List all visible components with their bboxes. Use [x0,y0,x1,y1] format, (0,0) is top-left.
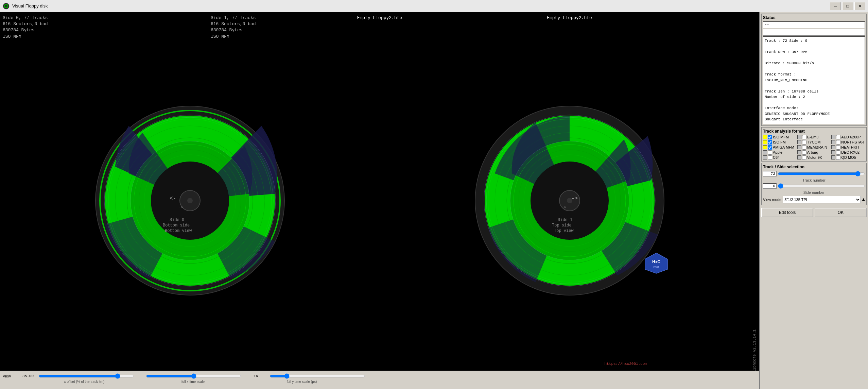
format-grid: ISO MFM E-Emu AED 6200P [763,135,865,160]
checkbox-c64[interactable] [768,155,772,160]
track-analysis-title: Track analysis format [763,129,865,134]
svg-text:2001: 2001 [653,266,659,269]
window-title: Visual Floppy disk [12,3,827,9]
app-icon [3,3,10,10]
minimize-button[interactable]: ─ [830,2,841,10]
x-scale-label: full x time scale [145,380,241,384]
format-item-northstar: NORTHSTAR [831,140,865,145]
checkbox-northstar[interactable] [836,140,840,145]
format-item-arburg: Arburg [797,150,831,155]
maximize-button[interactable]: □ [842,2,853,10]
y-scale-slider[interactable] [270,373,365,379]
y-scale-value: 16 [254,374,267,378]
led-amiga-mfm [763,145,767,149]
right-disk-svg: -> -○ Side 1 Top side Top view [474,105,665,296]
format-item-victor9k: Victor 9K [797,155,831,160]
track-side-section: Track / Side selection Track number Side… [761,163,867,205]
format-item-qd-mo5: QD MO5 [831,155,865,160]
y-scale-label: full y time scale (µs) [254,380,349,384]
format-item-iso-mfm: ISO MFM [763,135,797,139]
view-label: View [3,374,20,378]
toolbar-row-1: View 85.00 16 [3,372,757,380]
led-dec-rx02 [831,150,835,154]
checkbox-membrain[interactable] [802,145,806,150]
format-item-iso-fm: ISO FM [763,140,797,145]
hxc-url: https://hxc2001.com [605,362,647,366]
checkbox-dec-rx02[interactable] [836,150,840,155]
svg-text:Bottom view: Bottom view [165,229,192,233]
led-e-emu [797,135,801,139]
track-analysis-section: Track analysis format ISO MFM E-Emu [761,127,867,162]
led-heathkit [831,145,835,149]
led-c64 [763,155,767,159]
led-qd-mo5 [831,155,835,159]
right-panel: Status -- -- Track : 72 Side : 0 Track R… [759,12,868,389]
status-info: Track : 72 Side : 0 Track RPM : 357 RPM … [763,36,865,124]
track-side-title: Track / Side selection [763,165,865,169]
checkbox-iso-fm[interactable] [768,140,772,145]
x-offset-value: 85.00 [22,374,36,378]
format-item-dec-rx02: DEC RX02 [831,150,865,155]
led-victor9k [797,155,801,159]
led-arburg [797,150,801,154]
checkbox-tycom[interactable] [802,140,806,145]
status-field1: -- [763,21,865,28]
track-number-input[interactable] [763,171,777,176]
right-disk-wrapper[interactable]: -> -○ Side 1 Top side Top view HxC [474,105,665,296]
toolbar-sublabels: x offset (% of the track len) full x tim… [3,380,757,384]
svg-text:-○: -○ [178,204,184,209]
status-section: Status -- -- Track : 72 Side : 0 Track R… [761,14,867,126]
svg-text:Top side: Top side [552,223,572,228]
led-membrain [797,145,801,149]
svg-text:HxC: HxC [652,259,660,264]
format-item-heathkit: HEATHKIT [831,145,865,150]
status-field2: -- [763,29,865,36]
checkbox-victor9k[interactable] [802,155,806,160]
format-item-aed: AED 6200P [831,135,865,139]
view-mode-select[interactable]: 3"1/2 135 TPI 3"1/2 48 TPI 5"1/4 48 TPI … [783,196,861,203]
format-item-e-emu: E-Emu [797,135,831,139]
side-number-slider[interactable] [778,183,865,189]
close-button[interactable]: ✕ [854,2,865,10]
checkbox-aed[interactable] [836,135,840,139]
led-aed [831,135,835,139]
format-item-c64: C64 [763,155,797,160]
checkbox-iso-mfm[interactable] [768,135,772,139]
svg-text:Side 0: Side 0 [170,218,184,222]
checkbox-amiga-mfm[interactable] [768,145,772,150]
bottom-toolbar: View 85.00 16 x offset (% of the track l… [0,371,759,389]
led-tycom [797,140,801,144]
checkbox-arburg[interactable] [802,150,806,155]
edit-tools-button[interactable]: Edit tools [761,208,813,217]
svg-text:Top view: Top view [554,229,574,233]
x-offset-slider[interactable] [39,373,134,379]
checkbox-e-emu[interactable] [802,135,806,139]
track-number-row [763,171,865,177]
led-northstar [831,140,835,144]
status-title: Status [763,15,865,20]
main-content: Side 0, 77 Tracks 616 Sectors,0 bad 6307… [0,12,868,389]
window-controls: ─ □ ✕ [830,2,865,10]
checkbox-heathkit[interactable] [836,145,840,150]
checkbox-qd-mo5[interactable] [836,155,840,160]
side-number-row [763,183,865,189]
view-mode-spinup[interactable]: ▲ [862,197,865,202]
svg-text:<-: <- [170,196,176,202]
svg-text:->: -> [571,196,578,202]
left-disk-wrapper[interactable]: <- -○ Side 0 Bottom side Bottom view [95,105,285,296]
ok-button[interactable]: OK [815,208,867,217]
led-iso-mfm [763,135,767,139]
view-mode-label: View mode [763,198,781,202]
led-apple [763,150,767,154]
format-item-amiga-mfm: AMIGA MFM [763,145,797,150]
x-scale-slider[interactable] [146,373,241,379]
svg-point-16 [187,198,193,203]
side-number-input[interactable] [763,183,777,189]
checkbox-apple[interactable] [768,150,772,155]
format-item-apple: Apple [763,150,797,155]
svg-text:-○: -○ [561,204,567,209]
track-number-slider[interactable] [778,171,865,177]
hxc-logo: HxC 2001 [644,252,668,275]
track-number-label: Track number [763,178,865,182]
svg-point-2 [5,5,7,7]
